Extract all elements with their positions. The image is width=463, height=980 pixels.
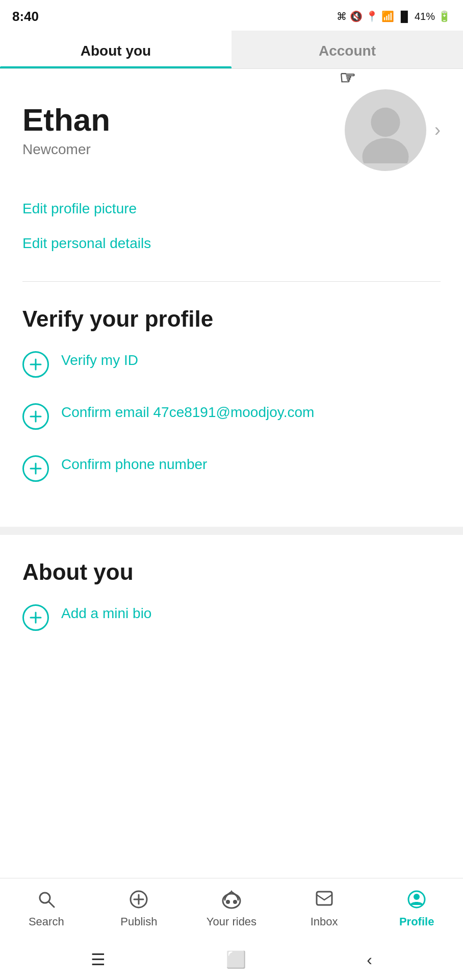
profile-icon (407, 890, 426, 912)
cursor-pointer: ☞ (339, 67, 355, 89)
nav-profile[interactable]: Profile (370, 885, 463, 934)
confirm-phone-label: Confirm phone number (61, 454, 441, 474)
nav-rides-label: Your rides (207, 915, 256, 928)
verify-id-plus-icon (22, 351, 49, 378)
system-menu-button[interactable]: ☰ (91, 950, 106, 969)
status-icons: ⌘ 🔇 📍 📶 ▐▌ 41% 🔋 (337, 10, 451, 22)
svg-point-0 (371, 108, 400, 137)
confirm-phone-plus-icon (22, 455, 49, 482)
edit-profile-picture-link[interactable]: Edit profile picture (22, 191, 441, 226)
system-nav: ☰ ⬜ ‹ (0, 939, 463, 980)
add-bio-plus-icon (22, 604, 49, 631)
about-you-title: About you (22, 559, 441, 585)
svg-point-15 (226, 900, 230, 904)
action-links: Edit profile picture Edit personal detai… (0, 186, 463, 281)
tab-account[interactable]: Account ☞ (232, 31, 463, 68)
nav-search[interactable]: Search (0, 885, 93, 934)
svg-point-1 (363, 138, 409, 163)
bottom-nav: Search Publish Your rides (0, 878, 463, 939)
search-icon (37, 890, 56, 912)
status-bar: 8:40 ⌘ 🔇 📍 📶 ▐▌ 41% 🔋 (0, 0, 463, 31)
confirm-email-plus-icon (22, 403, 49, 430)
add-bio-item[interactable]: Add a mini bio (22, 603, 441, 631)
edit-personal-details-link[interactable]: Edit personal details (22, 226, 441, 261)
add-bio-label: Add a mini bio (61, 603, 441, 623)
verify-id-item[interactable]: Verify my ID (22, 350, 441, 378)
nav-profile-label: Profile (399, 915, 434, 928)
profile-section: Ethan Newcomer › (0, 69, 463, 186)
tab-about-you[interactable]: About you (0, 31, 232, 68)
confirm-email-item[interactable]: Confirm email 47ce8191@moodjoy.com (22, 402, 441, 430)
chevron-right-icon: › (434, 119, 441, 141)
profile-info: Ethan Newcomer (22, 103, 345, 158)
confirm-email-label: Confirm email 47ce8191@moodjoy.com (61, 402, 441, 422)
inbox-icon (315, 890, 334, 912)
battery-icon: 🔋 (438, 10, 451, 22)
tab-header: About you Account ☞ (0, 31, 463, 69)
section-separator (0, 527, 463, 535)
system-back-button[interactable]: ‹ (367, 950, 372, 969)
verify-section: Verify your profile Verify my ID Confirm… (0, 282, 463, 527)
system-home-button[interactable]: ⬜ (226, 950, 246, 969)
nav-your-rides[interactable]: Your rides (185, 885, 278, 934)
avatar[interactable] (345, 89, 426, 171)
profile-badge: Newcomer (22, 141, 345, 158)
nav-search-label: Search (29, 915, 64, 928)
main-content: Ethan Newcomer › Edit profile picture Ed… (0, 69, 463, 778)
svg-point-18 (414, 894, 420, 900)
rides-icon (221, 890, 242, 912)
location-icon: 📍 (366, 10, 378, 22)
profile-avatar-container[interactable]: › (345, 89, 441, 171)
mute-icon: 🔇 (350, 10, 363, 22)
nav-publish-label: Publish (120, 915, 157, 928)
svg-line-11 (49, 902, 54, 907)
nav-inbox[interactable]: Inbox (278, 885, 371, 934)
nav-inbox-label: Inbox (311, 915, 338, 928)
publish-icon (129, 890, 148, 912)
profile-name: Ethan (22, 103, 345, 137)
status-time: 8:40 (12, 9, 39, 24)
signal-icon: ▐▌ (397, 11, 411, 22)
nav-publish[interactable]: Publish (93, 885, 186, 934)
about-you-section: About you Add a mini bio (0, 535, 463, 676)
confirm-phone-item[interactable]: Confirm phone number (22, 454, 441, 482)
wifi-icon: 📶 (381, 10, 394, 22)
verify-id-label: Verify my ID (61, 350, 441, 370)
verify-section-title: Verify your profile (22, 306, 441, 332)
battery-percent: 41% (415, 11, 435, 22)
svg-point-16 (233, 900, 237, 904)
bluetooth-icon: ⌘ (337, 10, 347, 22)
